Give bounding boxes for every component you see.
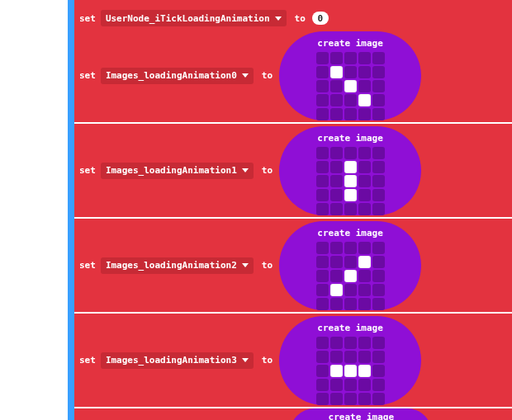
- led-cell[interactable]: [344, 337, 357, 349]
- led-cell[interactable]: [344, 284, 357, 296]
- led-cell[interactable]: [372, 80, 385, 92]
- led-cell[interactable]: [358, 379, 371, 391]
- led-cell[interactable]: [372, 242, 385, 254]
- number-input-tick[interactable]: 0: [312, 12, 329, 25]
- led-cell[interactable]: [372, 147, 385, 159]
- led-cell[interactable]: [358, 351, 371, 363]
- led-cell[interactable]: [372, 52, 385, 64]
- led-cell[interactable]: [344, 189, 357, 201]
- led-cell[interactable]: [330, 393, 343, 405]
- led-cell[interactable]: [316, 393, 329, 405]
- led-cell[interactable]: [344, 242, 357, 254]
- led-cell[interactable]: [372, 379, 385, 391]
- led-cell[interactable]: [344, 256, 357, 268]
- led-cell[interactable]: [316, 351, 329, 363]
- led-cell[interactable]: [330, 175, 343, 187]
- led-cell[interactable]: [358, 270, 371, 282]
- led-cell[interactable]: [358, 337, 371, 349]
- led-cell[interactable]: [372, 203, 385, 215]
- create-image-block[interactable]: create image: [279, 316, 421, 405]
- led-cell[interactable]: [358, 203, 371, 215]
- led-grid-0[interactable]: [316, 52, 385, 120]
- led-cell[interactable]: [358, 284, 371, 296]
- led-cell[interactable]: [330, 256, 343, 268]
- led-cell[interactable]: [358, 365, 371, 377]
- led-cell[interactable]: [330, 203, 343, 215]
- led-cell[interactable]: [316, 365, 329, 377]
- led-cell[interactable]: [358, 256, 371, 268]
- led-cell[interactable]: [330, 80, 343, 92]
- set-variable-block-img2[interactable]: set Images_loadingAnimation2 to create i…: [74, 219, 512, 312]
- variable-dropdown-img2[interactable]: Images_loadingAnimation2: [101, 257, 254, 274]
- led-cell[interactable]: [344, 379, 357, 391]
- set-variable-block-img1[interactable]: set Images_loadingAnimation1 to create i…: [74, 124, 512, 217]
- led-cell[interactable]: [358, 393, 371, 405]
- led-cell[interactable]: [344, 393, 357, 405]
- led-cell[interactable]: [372, 365, 385, 377]
- led-cell[interactable]: [330, 337, 343, 349]
- led-cell[interactable]: [372, 256, 385, 268]
- led-cell[interactable]: [372, 351, 385, 363]
- led-cell[interactable]: [316, 147, 329, 159]
- led-cell[interactable]: [372, 66, 385, 78]
- led-cell[interactable]: [344, 52, 357, 64]
- led-cell[interactable]: [330, 52, 343, 64]
- led-cell[interactable]: [316, 189, 329, 201]
- led-grid-3[interactable]: [316, 337, 385, 405]
- led-cell[interactable]: [372, 189, 385, 201]
- led-cell[interactable]: [372, 161, 385, 173]
- led-cell[interactable]: [316, 270, 329, 282]
- led-cell[interactable]: [344, 175, 357, 187]
- led-cell[interactable]: [330, 365, 343, 377]
- led-cell[interactable]: [344, 161, 357, 173]
- led-cell[interactable]: [330, 284, 343, 296]
- led-cell[interactable]: [316, 66, 329, 78]
- led-cell[interactable]: [344, 66, 357, 78]
- led-cell[interactable]: [330, 161, 343, 173]
- led-cell[interactable]: [344, 270, 357, 282]
- led-cell[interactable]: [316, 108, 329, 120]
- create-image-block[interactable]: create image: [279, 221, 421, 310]
- led-cell[interactable]: [316, 94, 329, 106]
- led-cell[interactable]: [372, 108, 385, 120]
- led-cell[interactable]: [330, 66, 343, 78]
- led-cell[interactable]: [344, 80, 357, 92]
- set-block-partial-top[interactable]: [74, 0, 512, 7]
- led-cell[interactable]: [358, 80, 371, 92]
- led-cell[interactable]: [344, 365, 357, 377]
- variable-dropdown-img3[interactable]: Images_loadingAnimation3: [101, 352, 254, 369]
- led-cell[interactable]: [372, 393, 385, 405]
- led-cell[interactable]: [372, 298, 385, 310]
- led-cell[interactable]: [358, 108, 371, 120]
- led-cell[interactable]: [316, 80, 329, 92]
- led-cell[interactable]: [344, 351, 357, 363]
- led-cell[interactable]: [358, 242, 371, 254]
- set-variable-block-img3[interactable]: set Images_loadingAnimation3 to create i…: [74, 314, 512, 407]
- led-cell[interactable]: [372, 175, 385, 187]
- create-image-block-partial[interactable]: create image: [290, 408, 432, 420]
- led-cell[interactable]: [316, 379, 329, 391]
- led-cell[interactable]: [372, 270, 385, 282]
- led-cell[interactable]: [344, 108, 357, 120]
- led-cell[interactable]: [344, 94, 357, 106]
- led-cell[interactable]: [330, 94, 343, 106]
- led-grid-1[interactable]: [316, 147, 385, 215]
- led-grid-2[interactable]: [316, 242, 385, 310]
- led-cell[interactable]: [330, 189, 343, 201]
- led-cell[interactable]: [358, 189, 371, 201]
- variable-dropdown-tick[interactable]: UserNode_iTickLoadingAnimation: [101, 10, 287, 26]
- led-cell[interactable]: [316, 256, 329, 268]
- led-cell[interactable]: [358, 52, 371, 64]
- led-cell[interactable]: [330, 270, 343, 282]
- variable-dropdown-img0[interactable]: Images_loadingAnimation0: [101, 68, 254, 84]
- led-cell[interactable]: [372, 94, 385, 106]
- led-cell[interactable]: [372, 337, 385, 349]
- led-cell[interactable]: [316, 175, 329, 187]
- led-cell[interactable]: [330, 351, 343, 363]
- led-cell[interactable]: [330, 298, 343, 310]
- led-cell[interactable]: [330, 147, 343, 159]
- led-cell[interactable]: [330, 108, 343, 120]
- led-cell[interactable]: [316, 203, 329, 215]
- led-cell[interactable]: [358, 175, 371, 187]
- led-cell[interactable]: [344, 203, 357, 215]
